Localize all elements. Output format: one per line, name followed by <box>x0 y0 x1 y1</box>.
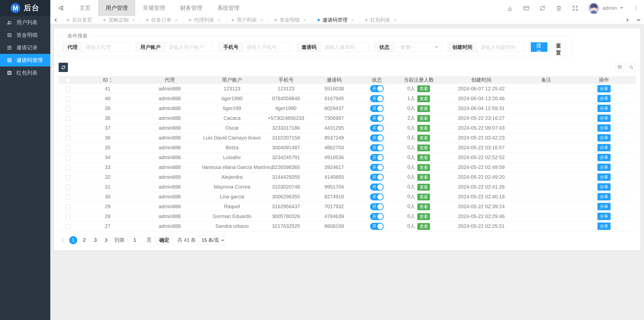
tab-close-icon[interactable]: × <box>394 17 397 23</box>
view-registered-button[interactable]: 查看 <box>417 125 430 132</box>
status-toggle[interactable]: 开 <box>370 144 384 151</box>
view-registered-button[interactable]: 查看 <box>417 135 430 141</box>
sidebar-item-1[interactable]: 资金明细 <box>0 29 50 41</box>
reset-button[interactable]: 重置 <box>551 42 566 52</box>
share-button[interactable]: 分享 <box>597 85 611 92</box>
trash-icon[interactable] <box>555 5 562 12</box>
view-registered-button[interactable]: 查看 <box>417 223 430 230</box>
phone-input[interactable] <box>243 42 291 52</box>
status-toggle[interactable]: 开 <box>370 174 384 181</box>
nav-item-4[interactable]: 系统管理 <box>210 0 247 16</box>
view-registered-button[interactable]: 查看 <box>417 203 430 210</box>
page-1-button[interactable]: 1 <box>69 236 77 244</box>
status-toggle[interactable]: 开 <box>370 105 384 112</box>
row-checkbox[interactable] <box>66 155 71 160</box>
row-checkbox[interactable] <box>66 214 71 219</box>
user-account-input[interactable] <box>165 42 213 52</box>
view-registered-button[interactable]: 查看 <box>417 164 430 171</box>
status-toggle[interactable]: 开 <box>370 125 384 132</box>
view-registered-button[interactable]: 查看 <box>417 154 430 161</box>
share-button[interactable]: 分享 <box>597 144 611 151</box>
status-toggle[interactable]: 开 <box>370 223 384 230</box>
share-button[interactable]: 分享 <box>597 105 611 112</box>
status-toggle[interactable]: 开 <box>370 134 384 141</box>
view-registered-button[interactable]: 查看 <box>417 95 430 102</box>
row-checkbox[interactable] <box>66 126 71 131</box>
view-registered-button[interactable]: 查看 <box>417 145 430 151</box>
search-button[interactable]: 搜索 <box>531 42 547 52</box>
sidebar-item-2[interactable]: 邀请记录 <box>0 41 50 54</box>
share-button[interactable]: 分享 <box>597 124 611 132</box>
share-button[interactable]: 分享 <box>597 134 611 141</box>
column-filter-button[interactable] <box>615 63 624 72</box>
status-toggle[interactable]: 开 <box>370 95 384 102</box>
sidebar-item-0[interactable]: 用户列表 <box>0 16 50 29</box>
row-checkbox[interactable] <box>66 175 71 180</box>
row-checkbox[interactable] <box>66 165 71 170</box>
tab-close-icon[interactable]: × <box>132 17 135 23</box>
tab-5[interactable]: 资金明细× <box>269 16 312 24</box>
status-toggle[interactable]: 开 <box>370 184 384 191</box>
credit-card-icon[interactable] <box>523 5 530 12</box>
tab-close-icon[interactable]: × <box>351 17 354 23</box>
page-2-button[interactable]: 2 <box>80 236 88 244</box>
status-toggle[interactable]: 开 <box>370 193 384 200</box>
tab-2[interactable]: 任务订单× <box>141 16 183 24</box>
goto-page-input[interactable] <box>128 236 142 244</box>
share-button[interactable]: 分享 <box>597 115 611 122</box>
tab-close-icon[interactable]: × <box>218 17 220 23</box>
share-button[interactable]: 分享 <box>597 95 611 102</box>
agent-input[interactable] <box>82 42 130 52</box>
sort-icon[interactable] <box>109 78 112 82</box>
share-button[interactable]: 分享 <box>597 154 611 161</box>
status-select[interactable]: - 全部 - <box>394 42 442 52</box>
view-registered-button[interactable]: 查看 <box>417 194 430 200</box>
status-toggle[interactable]: 开 <box>370 115 384 122</box>
row-checkbox[interactable] <box>66 195 71 200</box>
tab-close-icon[interactable]: × <box>175 17 178 23</box>
next-page-button[interactable] <box>102 236 110 244</box>
table-refresh-button[interactable] <box>59 63 68 72</box>
row-checkbox[interactable] <box>66 96 71 101</box>
tab-close-icon[interactable]: × <box>260 17 263 23</box>
tabs-scroll-right-button[interactable] <box>622 16 633 24</box>
row-checkbox[interactable] <box>66 146 71 151</box>
status-toggle[interactable]: 开 <box>370 85 384 92</box>
nav-item-0[interactable]: 主页 <box>72 0 98 16</box>
status-toggle[interactable]: 开 <box>370 154 384 161</box>
view-registered-button[interactable]: 查看 <box>417 105 430 112</box>
share-button[interactable]: 分享 <box>597 203 611 210</box>
create-time-input[interactable] <box>477 42 525 52</box>
share-button[interactable]: 分享 <box>597 193 611 200</box>
sidebar-item-3[interactable]: 邀请码管理 <box>0 54 50 66</box>
tab-3[interactable]: 代理列表× <box>183 16 226 24</box>
user-menu[interactable]: admin <box>588 3 624 14</box>
view-registered-button[interactable]: 查看 <box>417 115 430 122</box>
tabs-scroll-left-button[interactable] <box>50 16 61 24</box>
row-checkbox[interactable] <box>66 204 71 209</box>
row-checkbox[interactable] <box>66 224 71 229</box>
username[interactable]: admin <box>602 5 617 11</box>
row-checkbox[interactable] <box>66 185 71 190</box>
page-3-button[interactable]: 3 <box>91 236 99 244</box>
tab-4[interactable]: 用户列表× <box>226 16 269 24</box>
nav-item-2[interactable]: 常规管理 <box>135 0 173 16</box>
tabs-menu-button[interactable] <box>633 16 644 24</box>
status-toggle[interactable]: 开 <box>370 164 384 171</box>
nav-item-1[interactable]: 用户管理 <box>98 0 135 16</box>
table-search-button[interactable] <box>627 63 636 72</box>
sidebar-item-4[interactable]: 红包列表 <box>0 66 50 79</box>
share-button[interactable]: 分享 <box>597 213 611 220</box>
row-checkbox[interactable] <box>66 136 71 141</box>
fullscreen-icon[interactable] <box>572 5 579 12</box>
view-registered-button[interactable]: 查看 <box>417 85 430 92</box>
tab-0[interactable]: 后台首页 <box>61 16 98 24</box>
kebab-menu-icon[interactable] <box>633 5 638 11</box>
view-registered-button[interactable]: 查看 <box>417 174 430 181</box>
share-button[interactable]: 分享 <box>597 164 611 171</box>
share-button[interactable]: 分享 <box>597 183 611 191</box>
bar-chart-icon[interactable] <box>506 5 513 12</box>
collapse-menu-icon[interactable] <box>50 0 72 16</box>
invite-code-input[interactable] <box>321 42 369 52</box>
select-all-checkbox[interactable] <box>66 78 71 83</box>
